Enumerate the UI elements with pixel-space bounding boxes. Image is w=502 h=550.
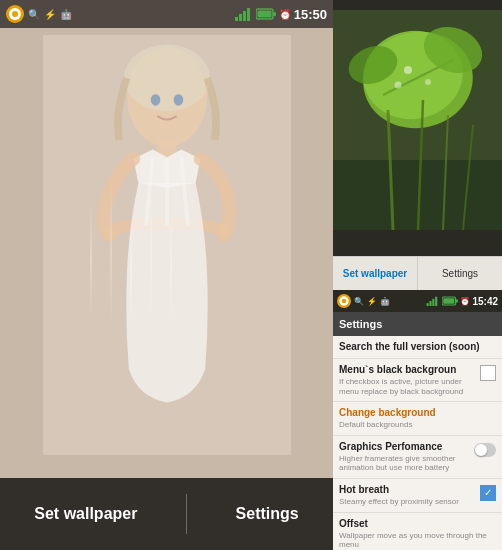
- right-preview: Set wallpaper Settings: [333, 0, 502, 290]
- setting-text-offset: Offset Wallpaper move as you move throug…: [339, 518, 496, 550]
- settings-list: Search the full version (soon) Menu`s bl…: [333, 336, 502, 550]
- svg-point-2: [12, 11, 18, 17]
- right-settings-button[interactable]: Settings: [418, 257, 502, 290]
- svg-point-12: [124, 45, 210, 112]
- settings-alarm-icon: ⏰: [460, 297, 470, 306]
- svg-point-32: [395, 82, 402, 89]
- settings-search-icon: 🔍: [354, 297, 364, 306]
- svg-point-35: [342, 299, 347, 304]
- setting-desc-change-bg: Default backgrounds: [339, 420, 492, 430]
- status-icons-left: 🔍 ⚡ 🤖: [6, 5, 72, 23]
- settings-title-bar: Settings: [333, 312, 502, 336]
- setting-checkbox-hot-breath[interactable]: [480, 485, 496, 501]
- setting-item-menu-bg[interactable]: Menu`s black backgroun If checkbox is ac…: [333, 359, 502, 402]
- settings-android-icon: 🤖: [380, 297, 390, 306]
- setting-item-graphics[interactable]: Graphics Perfomance Higher framerates gi…: [333, 436, 502, 479]
- svg-rect-3: [235, 17, 238, 21]
- left-time: 15:50: [294, 7, 327, 22]
- settings-panel: 🔍 ⚡ 🤖 ⏰ 15:42: [333, 290, 502, 550]
- settings-title: Settings: [339, 318, 382, 330]
- setting-desc-menu-bg: If checkbox is active, picture under men…: [339, 377, 476, 396]
- setting-text-menu-bg: Menu`s black backgroun If checkbox is ac…: [339, 364, 480, 396]
- setting-name-graphics: Graphics Perfomance: [339, 441, 470, 453]
- right-panel: Set wallpaper Settings 🔍 ⚡ 🤖: [333, 0, 502, 550]
- nature-illustration: [333, 10, 502, 230]
- svg-rect-5: [243, 11, 246, 21]
- set-wallpaper-button[interactable]: Set wallpaper: [14, 495, 157, 533]
- search-icon: 🔍: [28, 9, 40, 20]
- setting-text-graphics: Graphics Perfomance Higher framerates gi…: [339, 441, 474, 473]
- setting-item-hot-breath[interactable]: Hot breath Steamy effect by proximity se…: [333, 479, 502, 513]
- setting-text-hot-breath: Hot breath Steamy effect by proximity se…: [339, 484, 480, 507]
- setting-name-search: Search the full version (soon): [339, 341, 492, 353]
- svg-rect-42: [444, 298, 455, 304]
- svg-rect-37: [430, 301, 432, 306]
- settings-app-logo: [337, 294, 351, 308]
- setting-name-hot-breath: Hot breath: [339, 484, 476, 496]
- setting-item-search[interactable]: Search the full version (soon): [333, 336, 502, 359]
- setting-desc-graphics: Higher framerates give smoother animatio…: [339, 454, 470, 473]
- settings-status-bar: 🔍 ⚡ 🤖 ⏰ 15:42: [333, 290, 502, 312]
- android-icon: 🤖: [60, 9, 72, 20]
- setting-checkbox-menu-bg[interactable]: [480, 365, 496, 381]
- settings-time: 15:42: [472, 296, 498, 307]
- setting-text-search: Search the full version (soon): [339, 341, 496, 353]
- app-logo-icon: [6, 5, 24, 23]
- woman-illustration: [37, 35, 297, 455]
- setting-item-change-bg[interactable]: Change background Default backgrounds: [333, 402, 502, 436]
- setting-desc-hot-breath: Steamy effect by proximity sensor: [339, 497, 476, 507]
- svg-rect-38: [433, 299, 435, 306]
- settings-signal-icon: [426, 296, 440, 306]
- settings-status-left: 🔍 ⚡ 🤖: [337, 294, 390, 308]
- svg-rect-4: [239, 14, 242, 21]
- svg-rect-9: [257, 11, 271, 18]
- graphics-toggle[interactable]: [474, 443, 496, 457]
- setting-name-offset: Offset: [339, 518, 492, 530]
- button-divider: [186, 494, 187, 534]
- svg-rect-41: [456, 299, 458, 302]
- svg-rect-36: [427, 303, 429, 306]
- status-icons-right: ⏰ 15:50: [235, 7, 327, 22]
- svg-point-31: [425, 79, 431, 85]
- svg-point-14: [173, 94, 183, 105]
- svg-point-30: [404, 66, 412, 74]
- right-set-wallpaper-button[interactable]: Set wallpaper: [333, 257, 418, 290]
- svg-point-13: [150, 94, 160, 105]
- settings-status-right: ⏰ 15:42: [426, 296, 498, 307]
- signal-icon: [235, 7, 253, 21]
- usb-icon: ⚡: [44, 9, 56, 20]
- setting-text-change-bg: Change background Default backgrounds: [339, 407, 496, 430]
- settings-button[interactable]: Settings: [216, 495, 319, 533]
- setting-name-menu-bg: Menu`s black backgroun: [339, 364, 476, 376]
- setting-desc-offset: Wallpaper move as you move through the m…: [339, 531, 492, 550]
- left-panel: 🔍 ⚡ 🤖 ⏰ 15:50: [0, 0, 333, 550]
- settings-usb-icon: ⚡: [367, 297, 377, 306]
- svg-rect-39: [436, 297, 438, 306]
- svg-rect-6: [247, 8, 250, 21]
- setting-name-change-bg: Change background: [339, 407, 492, 419]
- wallpaper-preview: [0, 20, 333, 470]
- alarm-icon: ⏰: [279, 9, 291, 20]
- left-status-bar: 🔍 ⚡ 🤖 ⏰ 15:50: [0, 0, 333, 28]
- bottom-action-bar: Set wallpaper Settings: [0, 478, 333, 550]
- right-preview-buttons: Set wallpaper Settings: [333, 256, 502, 290]
- battery-icon: [256, 8, 276, 20]
- setting-item-offset[interactable]: Offset Wallpaper move as you move throug…: [333, 513, 502, 550]
- settings-battery-icon: [442, 296, 458, 306]
- svg-rect-8: [273, 12, 276, 16]
